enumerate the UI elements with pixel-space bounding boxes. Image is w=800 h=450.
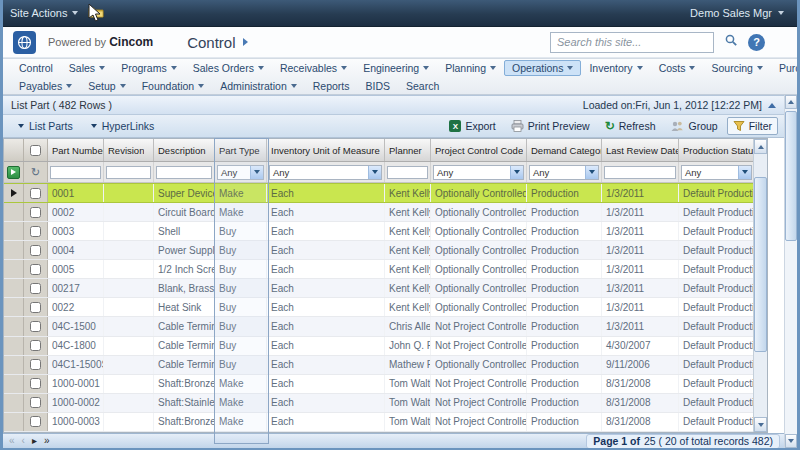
row-checkbox[interactable] [30,340,41,351]
prev-page-icon[interactable]: ‹ [22,436,25,446]
column-header-last-review-date[interactable]: Last Review Date [602,139,679,161]
cell-part_type: Buy [215,279,267,297]
table-row[interactable]: 1000-0002Shaft:StainlessMakeEachTom Walt… [4,394,754,413]
table-row[interactable]: 04C1-1500SPCable TerminalBuyEachMathew P… [4,356,754,375]
scroll-up-icon[interactable] [754,139,767,154]
menu-item-programs[interactable]: Programs [113,60,185,76]
menu-item-planning[interactable]: Planning [437,60,504,76]
column-header-part-type[interactable]: Part Type [215,139,267,161]
select-all-checkbox[interactable] [30,145,41,156]
column-header-project-control-code[interactable]: Project Control Code [431,139,527,161]
column-header-revision[interactable]: Revision [104,139,154,161]
scrollbar-thumb[interactable] [785,111,797,241]
menu-item-receivables[interactable]: Receivables [272,60,355,76]
filter-input-date[interactable] [604,166,676,179]
menu-item-sales-orders[interactable]: Sales Orders [185,60,272,76]
filter-input-part_number[interactable] [50,166,101,179]
menu-item-bids[interactable]: BIDS [358,78,399,94]
row-checkbox[interactable] [30,207,41,218]
tab-list-parts[interactable]: List Parts [9,118,82,134]
scrollbar-thumb[interactable] [754,177,767,352]
column-header-production-status[interactable]: Production Status [679,139,754,161]
folder-icon[interactable] [88,6,104,20]
first-page-icon[interactable]: « [9,436,15,446]
menu-item-sales[interactable]: Sales [61,60,113,76]
menu-item-search[interactable]: Search [398,78,447,94]
menu-item-sourcing[interactable]: Sourcing [703,60,770,76]
scroll-up-icon[interactable] [785,95,797,109]
menu-item-setup[interactable]: Setup [80,78,133,94]
refresh-filters-icon[interactable]: ↻ [31,167,40,178]
table-row[interactable]: 0001Super DeviceMakeEachKent KellyOption… [4,183,754,203]
column-header-inventory-unit-of-measure[interactable]: Inventory Unit of Measure [267,139,385,161]
filter-select-demand[interactable]: Any [529,165,599,180]
filter-input-description[interactable] [156,166,212,179]
filter-select-uom[interactable]: Any [269,165,382,180]
next-page-icon[interactable]: ▸ [32,436,37,446]
refresh-button[interactable]: ↻Refresh [599,117,662,135]
cell-description: Power Supply [154,241,215,259]
menu-item-foundation[interactable]: Foundation [134,78,213,94]
row-checkbox[interactable] [30,226,41,237]
row-checkbox[interactable] [30,264,41,275]
help-icon[interactable]: ? [748,34,765,51]
row-checkbox[interactable] [30,321,41,332]
filter-select-status[interactable]: Any [681,165,752,180]
scroll-down-icon[interactable] [754,417,767,432]
menu-item-costs[interactable]: Costs [651,60,704,76]
row-checkbox[interactable] [30,416,41,427]
table-row[interactable]: 0003ShellBuyEachKent KellyOptionally Con… [4,222,754,241]
column-header-part-number[interactable]: Part Number [48,139,104,161]
apply-filter-button[interactable] [7,166,20,179]
menu-item-payables[interactable]: Payables [11,78,80,94]
menu-item-inventory[interactable]: Inventory [581,60,650,76]
print-preview-button[interactable]: Print Preview [505,117,596,135]
menu-item-reports[interactable]: Reports [305,78,358,94]
row-checkbox[interactable] [30,397,41,408]
search-input[interactable] [550,32,714,53]
row-checkbox[interactable] [30,302,41,313]
table-row[interactable]: 0004Power SupplyBuyEachKent KellyOptiona… [4,241,754,260]
scroll-down-icon[interactable] [785,434,797,448]
table-row[interactable]: 1000-0003Shaft:Bronze (FMakeEachTom Walt… [4,413,754,432]
export-button[interactable]: XExport [443,117,501,135]
table-row[interactable]: 1000-0001Shaft:Bronze (FMakeEachTom Walt… [4,375,754,394]
powered-by-text: Powered by Cincom [48,35,153,49]
site-actions-menu[interactable]: Site Actions [10,7,78,19]
column-header-planner[interactable]: Planner [385,139,431,161]
table-row[interactable]: 00051/2 Inch ScrewBuyEachKent KellyOptio… [4,260,754,279]
page-title[interactable]: Control [187,34,247,51]
table-row[interactable]: 04C-1800Cable TerminalBuyEachJohn Q. Pil… [4,337,754,356]
filter-input-revision[interactable] [106,166,151,179]
tab-hyperlinks[interactable]: HyperLinks [82,118,164,134]
last-page-icon[interactable]: » [44,436,50,446]
group-button[interactable]: Group [664,117,723,135]
table-row[interactable]: 0002Circuit BoardMakeEachKent KellyOptio… [4,203,754,222]
collapse-icon[interactable] [768,103,776,108]
filter-select-part_type[interactable]: Any [217,165,264,180]
column-header-description[interactable]: Description [154,139,215,161]
menu-item-purchasing[interactable]: Purchasing [771,60,800,76]
menu-item-engineering[interactable]: Engineering [355,60,437,76]
filter-input-planner[interactable] [387,166,428,179]
row-checkbox[interactable] [30,359,41,370]
user-menu[interactable]: Demo Sales Mgr [690,7,784,19]
menu-item-administration[interactable]: Administration [212,78,305,94]
toolbar: List PartsHyperLinks XExportPrint Previe… [3,115,784,138]
menu-item-operations[interactable]: Operations [504,60,581,76]
column-header-demand-category[interactable]: Demand Category [527,139,602,161]
filter-select-pcc[interactable]: Any [433,165,524,180]
filter-button[interactable]: Filter [727,117,778,135]
chevron-down-icon [510,166,523,179]
cell-pcc: Optionally Controlled [431,184,527,202]
table-row[interactable]: 0022Heat SinkBuyEachKent KellyOptionally… [4,298,754,317]
table-row[interactable]: 00217Blank, Brass #2BuyEachKent KellyOpt… [4,279,754,298]
row-checkbox[interactable] [30,283,41,294]
row-checkbox[interactable] [30,378,41,389]
search-icon[interactable] [724,33,738,51]
row-checkbox[interactable] [30,188,41,199]
column-header-label: Inventory Unit of Measure [271,145,380,156]
menu-item-control[interactable]: Control [11,60,61,76]
table-row[interactable]: 04C-1500Cable TerminalBuyEachChris Allen… [4,317,754,336]
row-checkbox[interactable] [30,245,41,256]
